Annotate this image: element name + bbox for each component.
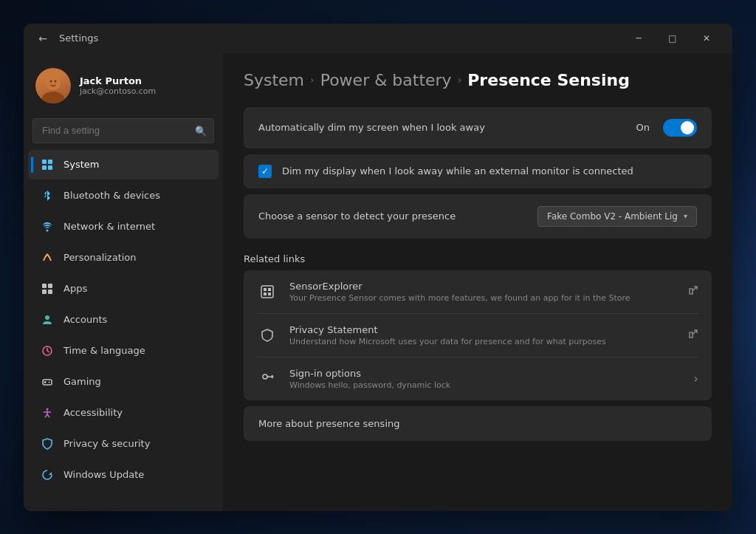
- sign-in-options-link[interactable]: Sign-in options Windows hello, password,…: [244, 357, 712, 400]
- privacy-statement-link[interactable]: Privacy Statement Understand how Microso…: [244, 314, 712, 357]
- svg-point-0: [46, 75, 61, 90]
- content-area: Jack Purton jack@contoso.com 🔍 System: [24, 53, 732, 511]
- svg-point-13: [45, 315, 49, 320]
- search-icon: 🔍: [195, 125, 207, 136]
- main-content: System › Power & battery › Presence Sens…: [223, 53, 732, 511]
- svg-rect-12: [48, 290, 52, 294]
- svg-rect-11: [42, 290, 47, 294]
- sidebar-item-accessibility-label: Accessibility: [63, 407, 123, 418]
- svg-rect-30: [264, 292, 267, 295]
- svg-rect-7: [48, 165, 52, 170]
- sidebar-item-accessibility[interactable]: Accessibility: [28, 398, 219, 428]
- sidebar-item-bluetooth[interactable]: Bluetooth & devices: [28, 181, 219, 210]
- svg-rect-4: [42, 160, 47, 164]
- dim-external-label: Dim my display when I look away while an…: [282, 165, 633, 177]
- sign-in-chevron-icon: ›: [694, 372, 698, 386]
- svg-point-21: [47, 408, 49, 410]
- privacy-statement-icon: [257, 325, 278, 346]
- sensor-explorer-external-icon: [688, 285, 698, 298]
- settings-window: ← Settings ─ □ ✕: [24, 24, 732, 511]
- svg-rect-5: [48, 160, 52, 164]
- svg-point-2: [50, 80, 52, 82]
- sidebar-item-gaming[interactable]: Gaming: [28, 367, 219, 397]
- dim-external-row: ✓ Dim my display when I look away while …: [244, 154, 712, 188]
- accessibility-icon: [40, 405, 55, 420]
- sidebar-item-time[interactable]: Time & language: [28, 336, 219, 366]
- titlebar: ← Settings ─ □ ✕: [24, 24, 732, 53]
- user-profile[interactable]: Jack Purton jack@contoso.com: [24, 59, 223, 115]
- sign-in-icon: [257, 369, 278, 389]
- privacy-statement-text: Privacy Statement Understand how Microso…: [289, 324, 676, 346]
- svg-rect-6: [42, 165, 47, 170]
- sidebar-item-privacy[interactable]: Privacy & security: [28, 429, 219, 459]
- checkbox-checkmark: ✓: [261, 166, 269, 177]
- related-links-card: SensorExplorer Your Presence Sensor come…: [244, 270, 712, 400]
- sidebar-item-system[interactable]: System: [28, 150, 219, 179]
- sensor-explorer-icon: [257, 281, 278, 302]
- close-button[interactable]: ✕: [690, 27, 724, 50]
- sidebar-item-apps[interactable]: Apps: [28, 274, 219, 304]
- svg-point-32: [263, 374, 267, 379]
- system-icon: [40, 157, 55, 172]
- sign-in-desc: Windows hello, password, dynamic lock: [289, 380, 682, 390]
- privacy-statement-title: Privacy Statement: [289, 324, 676, 335]
- window-controls: ─ □ ✕: [622, 27, 724, 50]
- svg-line-16: [47, 351, 49, 352]
- breadcrumb-sep-2: ›: [458, 74, 462, 86]
- more-link-label: More about presence sensing: [258, 418, 399, 429]
- sidebar-item-time-label: Time & language: [63, 345, 145, 356]
- sidebar-item-personalization[interactable]: Personalization: [28, 243, 219, 273]
- accounts-icon: [40, 312, 55, 327]
- user-info: Jack Purton jack@contoso.com: [80, 75, 211, 96]
- breadcrumb-sep-1: ›: [310, 74, 315, 86]
- sensor-label: Choose a sensor to detect your presence: [258, 210, 537, 222]
- sidebar-item-network[interactable]: Network & internet: [28, 212, 219, 242]
- svg-line-25: [47, 414, 49, 417]
- dim-screen-toggle[interactable]: [663, 119, 697, 137]
- maximize-button[interactable]: □: [656, 27, 690, 50]
- network-icon: [40, 219, 55, 234]
- sensor-explorer-desc: Your Presence Sensor comes with more fea…: [289, 293, 676, 303]
- sidebar: Jack Purton jack@contoso.com 🔍 System: [24, 53, 223, 511]
- dim-screen-row: Automatically dim my screen when I look …: [244, 107, 712, 148]
- sidebar-item-accounts[interactable]: Accounts: [28, 305, 219, 335]
- sensor-dropdown-arrow: ▾: [684, 212, 687, 220]
- svg-rect-31: [268, 292, 271, 295]
- dim-external-checkbox[interactable]: ✓: [258, 165, 272, 178]
- avatar: [35, 68, 71, 103]
- sidebar-item-bluetooth-label: Bluetooth & devices: [63, 190, 160, 201]
- sidebar-item-update[interactable]: Windows Update: [28, 460, 219, 490]
- svg-point-3: [55, 80, 57, 82]
- more-link[interactable]: More about presence sensing: [244, 406, 712, 441]
- minimize-button[interactable]: ─: [622, 27, 656, 50]
- user-name: Jack Purton: [80, 75, 211, 86]
- svg-rect-9: [42, 284, 47, 288]
- personalization-icon: [40, 250, 55, 265]
- svg-marker-26: [49, 472, 52, 475]
- bluetooth-icon: [40, 188, 55, 203]
- gaming-icon: [40, 374, 55, 389]
- sensor-explorer-title: SensorExplorer: [289, 281, 676, 292]
- privacy-statement-external-icon: [688, 329, 698, 341]
- related-links-title: Related links: [244, 253, 712, 264]
- sidebar-item-apps-label: Apps: [63, 283, 87, 294]
- sidebar-item-network-label: Network & internet: [63, 221, 155, 232]
- svg-rect-27: [261, 286, 273, 298]
- breadcrumb-power[interactable]: Power & battery: [320, 71, 452, 89]
- back-button[interactable]: ←: [32, 28, 53, 49]
- breadcrumb-current: Presence Sensing: [467, 71, 630, 89]
- sensor-value: Fake Combo V2 - Ambient Lig: [547, 211, 678, 222]
- window-title: Settings: [59, 32, 622, 44]
- search-box: 🔍: [32, 118, 214, 143]
- privacy-statement-desc: Understand how Microsoft uses your data …: [289, 337, 676, 346]
- sidebar-item-update-label: Windows Update: [63, 469, 144, 480]
- toggle-state-label: On: [636, 122, 650, 133]
- search-input[interactable]: [32, 118, 214, 143]
- sidebar-item-personalization-label: Personalization: [63, 252, 137, 263]
- sensor-dropdown[interactable]: Fake Combo V2 - Ambient Lig ▾: [537, 206, 697, 227]
- sensor-explorer-link[interactable]: SensorExplorer Your Presence Sensor come…: [244, 270, 712, 313]
- update-icon: [40, 468, 55, 482]
- dim-screen-card: Automatically dim my screen when I look …: [244, 107, 712, 148]
- sign-in-text: Sign-in options Windows hello, password,…: [289, 368, 682, 390]
- breadcrumb-system[interactable]: System: [244, 71, 304, 89]
